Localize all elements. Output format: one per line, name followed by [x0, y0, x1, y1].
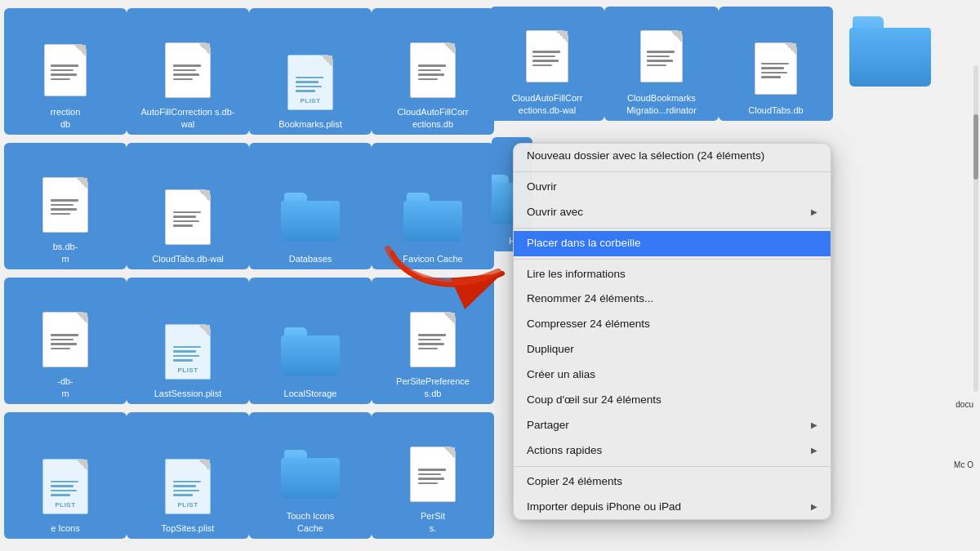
file-item-bookmarks[interactable]: PLIST Bookmarks.plist	[249, 8, 372, 135]
file-icon	[155, 184, 220, 250]
file-item-cloudtabs-db-wal[interactable]: CloudTabs.db-wal	[127, 143, 249, 269]
file-item-persit-partial[interactable]: PerSits.	[372, 412, 494, 539]
menu-divider-1	[514, 171, 831, 172]
file-label: AutoFillCorrection s.db-wal	[135, 106, 241, 130]
folder-icon	[400, 184, 466, 250]
file-item-e-icons[interactable]: PLIST e Icons	[4, 412, 127, 539]
folder-icon	[278, 184, 343, 250]
file-icon	[33, 38, 98, 103]
partial-text-mc: Mc O	[954, 460, 973, 469]
file-grid: rrectiondb AutoFillCorrection s.db-wal	[0, 0, 523, 551]
file-icon: PLIST	[278, 50, 343, 115]
file-icon: PLIST	[33, 454, 98, 519]
menu-item-quick-actions[interactable]: Actions rapides ▶	[514, 438, 831, 464]
menu-item-open[interactable]: Ouvrir	[514, 175, 831, 200]
file-cloudautofill-wal[interactable]: CloudAutoFillCorrections.db-wal	[490, 7, 604, 121]
menu-item-compress[interactable]: Compresser 24 éléments	[514, 312, 831, 337]
file-icon	[629, 24, 694, 89]
file-label: CloudAutoFillCorrections.db	[398, 106, 469, 130]
file-item-autofill[interactable]: AutoFillCorrection s.db-wal	[127, 8, 249, 135]
menu-divider-2	[514, 228, 831, 229]
file-icon	[400, 307, 466, 372]
large-folder-top-right[interactable]	[849, 8, 931, 87]
file-item-localstorage[interactable]: LocalStorage	[249, 278, 372, 404]
file-item-touch-icons-cache[interactable]: Touch IconsCache	[249, 412, 372, 539]
file-label: PerSits.	[421, 510, 445, 534]
file-item-persitepreferences[interactable]: PerSitePreferences.db	[372, 278, 494, 404]
top-row-extra: CloudAutoFillCorrections.db-wal CloudBoo…	[490, 7, 833, 121]
file-cloudtabs-db[interactable]: CloudTabs.db	[719, 7, 833, 121]
menu-item-duplicate[interactable]: Dupliquer	[514, 337, 831, 362]
file-icon	[743, 36, 808, 101]
folder-icon	[278, 442, 343, 507]
menu-item-move-to-trash[interactable]: Placer dans la corbeille	[514, 231, 831, 256]
file-label: CloudTabs.db-wal	[152, 253, 223, 264]
file-label: bs.db-m	[53, 241, 78, 264]
menu-item-copy[interactable]: Copier 24 éléments	[514, 469, 831, 495]
folder-icon	[278, 319, 343, 384]
menu-item-get-info[interactable]: Lire les informations	[514, 262, 831, 287]
menu-item-alias[interactable]: Créer un alias	[514, 362, 831, 388]
context-menu: Nouveau dossier avec la sélection (24 él…	[513, 143, 831, 520]
file-label: Favicon Cache	[403, 253, 462, 264]
scrollbar-thumb[interactable]	[973, 114, 978, 180]
file-icon: PLIST	[155, 319, 220, 384]
file-label: LocalStorage	[284, 388, 337, 399]
file-item-dbwal[interactable]: -db-m	[4, 278, 127, 404]
file-cloudbookmarks[interactable]: CloudBookmarksMigratio...rdinator	[604, 7, 719, 121]
menu-item-import[interactable]: Importer depuis iPhone ou iPad ▶	[514, 495, 831, 520]
menu-item-rename[interactable]: Renommer 24 éléments...	[514, 287, 831, 312]
file-icon: PLIST	[155, 454, 220, 519]
file-icon	[400, 442, 466, 507]
partial-text-docu: docu	[956, 400, 973, 409]
submenu-arrow: ▶	[811, 420, 817, 431]
file-label: CloudBookmarksMigratio...rdinator	[626, 92, 697, 116]
file-label: Touch IconsCache	[287, 510, 335, 534]
submenu-arrow: ▶	[811, 207, 817, 218]
menu-item-open-with[interactable]: Ouvrir avec ▶	[514, 200, 831, 225]
file-item-databases[interactable]: Databases	[249, 143, 372, 269]
file-icon	[514, 24, 580, 89]
file-icon	[155, 38, 220, 103]
submenu-arrow: ▶	[811, 445, 817, 456]
finder-window: rrectiondb AutoFillCorrection s.db-wal	[0, 0, 980, 551]
file-item-topsites[interactable]: PLIST TopSites.plist	[127, 412, 249, 539]
file-item-favicon-cache[interactable]: Favicon Cache	[372, 143, 494, 269]
file-label: CloudTabs.db	[748, 104, 803, 116]
file-label: -db-m	[57, 375, 74, 399]
file-icon	[33, 172, 98, 238]
scrollbar[interactable]	[973, 65, 978, 392]
file-item-cloudautofill-db[interactable]: CloudAutoFillCorrections.db	[372, 8, 494, 135]
file-label: LastSession.plist	[154, 388, 222, 399]
menu-item-share[interactable]: Partager ▶	[514, 413, 831, 438]
file-icon	[400, 38, 466, 103]
menu-divider-4	[514, 466, 831, 467]
file-label: rrectiondb	[51, 106, 81, 130]
menu-divider-3	[514, 259, 831, 260]
file-label: CloudAutoFillCorrections.db-wal	[512, 92, 583, 116]
file-label: e Icons	[51, 522, 79, 534]
file-item-lastsession[interactable]: PLIST LastSession.plist	[127, 278, 249, 404]
file-label: PerSitePreferences.db	[396, 375, 470, 399]
menu-item-new-folder-selection[interactable]: Nouveau dossier avec la sélection (24 él…	[514, 144, 831, 169]
submenu-arrow: ▶	[811, 501, 817, 513]
file-item-autocorrection[interactable]: rrectiondb	[4, 8, 127, 135]
menu-item-quicklook[interactable]: Coup d'œil sur 24 éléments	[514, 388, 831, 413]
file-label: TopSites.plist	[162, 522, 215, 534]
file-icon	[33, 307, 98, 372]
file-label: Databases	[289, 253, 332, 264]
file-item-cloudtabs-db-wal2[interactable]: bs.db-m	[4, 143, 127, 269]
file-label: Bookmarks.plist	[278, 118, 342, 130]
